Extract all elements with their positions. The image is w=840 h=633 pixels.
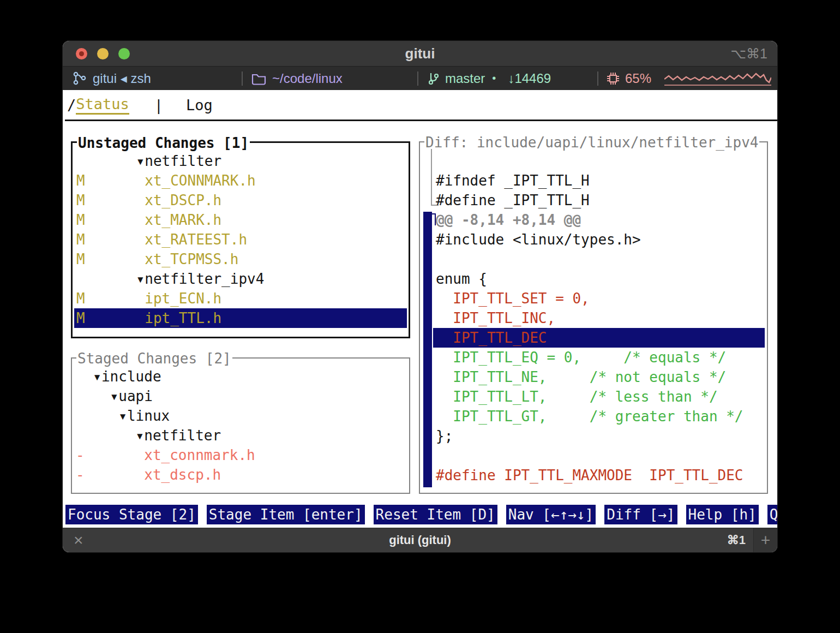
diff-lines: #ifndef _IPT_TTL_H#define _IPT_TTL_H@@ -…	[433, 151, 765, 485]
diff-line[interactable]: #ifndef _IPT_TTL_H	[433, 171, 765, 190]
diff-line[interactable]	[433, 446, 765, 465]
tab-strip-rule	[65, 120, 777, 121]
keybinding-button[interactable]: Stage Item [enter]	[207, 505, 365, 524]
diff-line[interactable]	[433, 151, 765, 171]
file-tree-row[interactable]: M xt_DSCP.h	[74, 190, 407, 210]
diff-line[interactable]: @@ -8,14 +8,14 @@	[433, 210, 765, 230]
new-tab-button[interactable]: +	[753, 528, 777, 552]
session-segment: gitui ◂ zsh	[73, 67, 151, 90]
terminal-window: gitui ⌥⌘1 gitui ◂ zsh	[63, 41, 777, 552]
window-title: gitui	[63, 41, 777, 66]
unstaged-file-tree: ▾netfilterM xt_CONNMARK.hM xt_DSCP.hM xt…	[74, 151, 407, 328]
file-tree-row[interactable]: M ipt_ECN.h	[74, 289, 407, 308]
file-tree-row[interactable]: M xt_MARK.h	[74, 210, 407, 230]
file-tree-row[interactable]: - xt_dscp.h	[74, 465, 407, 485]
file-tree-row[interactable]: ▾include	[74, 367, 407, 386]
keybinding-button[interactable]: Qu	[767, 505, 777, 524]
tab-log[interactable]: Log	[186, 97, 213, 114]
titlebar: gitui ⌥⌘1	[63, 41, 777, 66]
diff-panel-title: Diff: include/uapi/linux/netfilter_ipv4	[424, 133, 759, 152]
terminal-statusbar: gitui ◂ zsh ~/code/linux master	[63, 66, 777, 90]
keybinding-bar: Focus Stage [2]Stage Item [enter]Reset I…	[65, 505, 777, 524]
cpu-chip-icon	[605, 71, 621, 86]
diff-line[interactable]: IPT_TTL_LT, /* less than */	[433, 387, 765, 407]
keybinding-button[interactable]: Diff [→]	[604, 505, 677, 524]
branch-name: master	[445, 71, 485, 86]
hunk-2-selected-bar	[423, 212, 432, 487]
keybinding-button[interactable]: Nav [←↑→↓]	[506, 505, 596, 524]
window-shortcut-label: ⌥⌘1	[730, 41, 767, 66]
diff-line[interactable]: #include <linux/types.h>	[433, 230, 765, 249]
file-tree-row[interactable]: ▾uapi	[74, 386, 407, 406]
cpu-percent: 65%	[625, 71, 651, 86]
staged-file-tree: ▾include ▾uapi ▾linux ▾netfilter- xt_con…	[74, 367, 407, 485]
diff-line[interactable]: };	[433, 426, 765, 446]
file-tree-row[interactable]: M xt_TCPMSS.h	[74, 249, 407, 269]
terminal-tabbar: × gitui (gitui) ⌘1 +	[63, 528, 777, 552]
desktop: gitui ⌥⌘1 gitui ◂ zsh	[0, 0, 840, 633]
branch-dirty-dot: •	[492, 72, 496, 85]
diff-line[interactable]: IPT_TTL_DEC	[433, 328, 765, 348]
tab-strip-slash: /	[67, 97, 76, 114]
unstaged-changes-panel: Unstaged Changes [1] ▾netfilterM xt_CONN…	[71, 141, 410, 338]
behind-count: ↓14469	[508, 71, 551, 86]
diff-line[interactable]: IPT_TTL_GT, /* greater than */	[433, 407, 765, 426]
keybinding-button[interactable]: Help [h]	[686, 505, 759, 524]
git-branch-icon	[427, 71, 440, 86]
staged-changes-panel: Staged Changes [2] ▾include ▾uapi ▾linux…	[71, 357, 410, 494]
file-tree-row[interactable]: ▾netfilter	[74, 426, 407, 445]
diff-line[interactable]: IPT_TTL_NE, /* not equals */	[433, 367, 765, 387]
session-graph-icon	[73, 71, 87, 86]
tab-separator: |	[154, 97, 163, 114]
unstaged-panel-title: Unstaged Changes [1]	[77, 134, 250, 152]
diff-line[interactable]	[433, 249, 765, 269]
diff-line[interactable]: IPT_TTL_SET = 0,	[433, 289, 765, 308]
diff-line[interactable]: IPT_TTL_EQ = 0, /* equals */	[433, 348, 765, 367]
diff-panel: Diff: include/uapi/linux/netfilter_ipv4 …	[419, 141, 768, 494]
gitui-tab-strip: /Status | Log	[67, 90, 213, 120]
staged-panel-title: Staged Changes [2]	[76, 349, 232, 368]
keybinding-button[interactable]: Reset Item [D]	[374, 505, 497, 524]
statusbar-separator	[417, 71, 418, 86]
cwd-path: ~/code/linux	[272, 71, 343, 86]
gitui-content: /Status | Log Unstaged Changes [1] ▾netf…	[63, 90, 777, 528]
statusbar-separator	[242, 71, 243, 86]
diff-line[interactable]: #define _IPT_TTL_H	[433, 190, 765, 210]
file-tree-row[interactable]: M xt_RATEEST.h	[74, 230, 407, 249]
file-tree-row[interactable]: M ipt_TTL.h	[74, 308, 407, 328]
file-tree-row[interactable]: ▾netfilter_ipv4	[74, 269, 407, 289]
session-label: gitui ◂ zsh	[93, 71, 151, 86]
statusbar-separator	[597, 71, 598, 86]
file-tree-row[interactable]: ▾linux	[74, 406, 407, 426]
diff-line[interactable]: #define IPT_TTL_MAXMODE IPT_TTL_DEC	[433, 465, 765, 485]
tab-status[interactable]: Status	[76, 95, 129, 115]
diff-line[interactable]: enum {	[433, 269, 765, 289]
tab-shortcut-label: ⌘1	[727, 528, 746, 552]
tab-title[interactable]: gitui (gitui)	[63, 528, 777, 552]
file-tree-row[interactable]: ▾netfilter	[74, 151, 407, 171]
file-tree-row[interactable]: M xt_CONNMARK.h	[74, 171, 407, 190]
file-tree-row[interactable]: - xt_connmark.h	[74, 445, 407, 465]
cpu-segment: 65%	[605, 67, 771, 90]
cwd-segment: ~/code/linux	[251, 67, 343, 90]
diff-line[interactable]: IPT_TTL_INC,	[433, 308, 765, 328]
git-segment: master • ↓14469	[427, 67, 551, 90]
keybinding-button[interactable]: Focus Stage [2]	[65, 505, 198, 524]
folder-icon	[251, 71, 267, 86]
cpu-sparkline-icon	[664, 71, 771, 86]
